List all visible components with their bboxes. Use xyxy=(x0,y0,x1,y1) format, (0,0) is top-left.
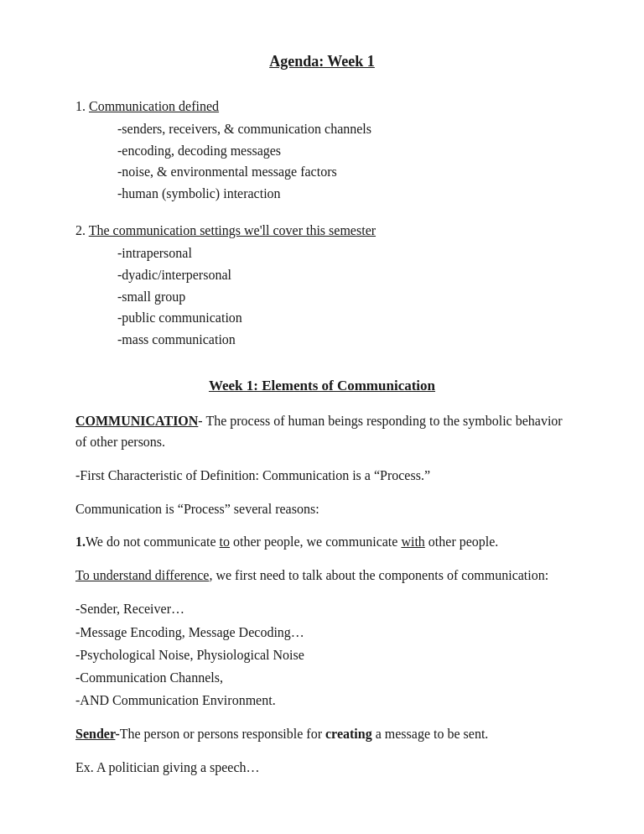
sender-definition: Sender-The person or persons responsible… xyxy=(75,723,569,745)
list-item: -mass communication xyxy=(117,329,569,351)
understand-underline: To understand difference xyxy=(75,568,209,582)
page-title: Agenda: Week 1 xyxy=(75,50,569,73)
example-text: Ex. A politician giving a speech… xyxy=(75,757,569,779)
section2-heading: The communication settings we'll cover t… xyxy=(89,223,376,237)
point-end: other people. xyxy=(425,534,499,549)
list-item: -Communication Channels, xyxy=(75,666,569,689)
first-characteristic: -First Characteristic of Definition: Com… xyxy=(75,465,569,487)
process-intro: Communication is “Process” several reaso… xyxy=(75,498,569,520)
list-item: -intrapersonal xyxy=(117,242,569,264)
section1-number: 1. xyxy=(75,99,89,113)
week1-subtitle: Week 1: Elements of Communication xyxy=(75,375,569,397)
bold-point-1: 1.We do not communicate to other people,… xyxy=(75,531,569,553)
sender-bold-word: creating xyxy=(325,727,372,741)
point-middle: other people, we communicate xyxy=(230,534,401,549)
list-item: -small group xyxy=(117,286,569,308)
list-item: -encoding, decoding messages xyxy=(117,140,569,162)
underline-to: to xyxy=(220,534,230,549)
list-item: -Sender, Receiver… xyxy=(75,597,569,620)
components-list: -Sender, Receiver… -Message Encoding, Me… xyxy=(75,597,569,712)
section1-heading: Communication defined xyxy=(89,99,219,113)
list-item: -dyadic/interpersonal xyxy=(117,264,569,286)
list-item: -AND Communication Environment. xyxy=(75,689,569,712)
underline-with: with xyxy=(401,534,424,549)
section2-number: 2. xyxy=(75,223,86,237)
section2-items: -intrapersonal -dyadic/interpersonal -sm… xyxy=(75,242,569,350)
list-item: -noise, & environmental message factors xyxy=(117,161,569,183)
point-text-before: We do not communicate xyxy=(86,534,220,549)
understand-difference-paragraph: To understand difference, we first need … xyxy=(75,565,569,586)
section1-items: -senders, receivers, & communication cha… xyxy=(75,118,569,204)
understand-rest: , we first need to talk about the compon… xyxy=(209,568,548,582)
section2-heading-line: 2. The communication settings we'll cove… xyxy=(75,221,569,241)
list-item: -human (symbolic) interaction xyxy=(117,183,569,205)
agenda-section-1: 1. Communication defined -senders, recei… xyxy=(75,96,569,204)
list-item: -public communication xyxy=(117,307,569,329)
sender-end: a message to be sent. xyxy=(372,727,489,741)
sender-term: Sender xyxy=(75,727,115,741)
section1-heading-line: 1. Communication defined xyxy=(75,96,569,117)
communication-term: COMMUNICATION xyxy=(75,414,198,428)
list-item: -Message Encoding, Message Decoding… xyxy=(75,621,569,644)
list-item: -Psychological Noise, Physiological Nois… xyxy=(75,644,569,666)
sender-text: The person or persons responsible for xyxy=(120,727,325,741)
communication-definition: COMMUNICATION- The process of human bein… xyxy=(75,410,569,453)
bold-number: 1. xyxy=(75,534,86,549)
list-item: -senders, receivers, & communication cha… xyxy=(117,118,569,140)
agenda-section-2: 2. The communication settings we'll cove… xyxy=(75,221,569,350)
